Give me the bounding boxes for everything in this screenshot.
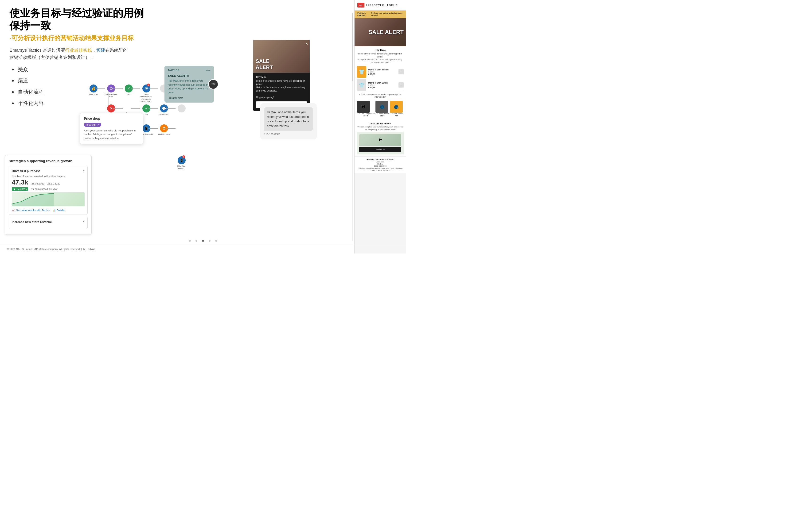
node-label-yes1: Yes [127, 93, 130, 96]
sms-popup: Hi Max, one of the items you recently vi… [260, 103, 317, 139]
desc-before: Emarsys Tactics 是通过沉淀 [9, 48, 65, 53]
right-panel-lifestyle: LSL LIFESTYLELABELS Platinum member Rede… [354, 0, 406, 253]
tactics-now: now [206, 69, 210, 73]
tactics-logo-text: TSI [211, 83, 215, 86]
redeem-text: Redeem your points and get amazing award… [371, 12, 403, 17]
sale-alert-hero-image: SALEALERT [253, 40, 310, 73]
chart-icon: 📈 [12, 209, 15, 212]
close-icon[interactable]: × [83, 169, 85, 173]
footer-tactics-link[interactable]: 📈 Get better results with Tactics [12, 209, 50, 212]
product-item-2: 👕 Men's T-Shirt White € 17,99 € 15,99 + [357, 79, 404, 91]
bullet-item-audience: 受众 [12, 66, 150, 73]
close-icon-2[interactable]: × [83, 220, 85, 224]
cs-hotline-label: Hotline [357, 163, 404, 165]
node-label-crm-rem: CRM Ads - remov... [175, 165, 188, 170]
lifestyle-hero-image: SALE ALERT [355, 18, 406, 46]
flow-node-price-drop[interactable]: 💰 Price drop [87, 84, 100, 96]
in-design-label: In design [86, 123, 96, 126]
strategy-item-name: Drive first purchase [12, 169, 40, 173]
product-price-new-1: € 15,99 [368, 73, 397, 75]
product-item-1: 👕 Men's T-Shirt Yellow € 19,99 € 15,99 + [357, 66, 404, 78]
subtitle: -可分析设计执行的营销活动结果支撑业务目标 [9, 34, 150, 42]
lifestyle-header: LSL LIFESTYLELABELS [355, 0, 406, 10]
desc-comma: ， [92, 48, 96, 53]
metric-label: Number of leads converted to first-time … [12, 175, 85, 178]
product-name-2: Men's T-Shirt White [368, 82, 397, 84]
lifestyle-brand: LIFESTYLELABELS [366, 4, 398, 7]
connector-3 [131, 89, 140, 89]
product-thumb-blazer: 🧥 [375, 101, 388, 113]
add-to-cart-button-1[interactable]: + [399, 69, 404, 74]
connector-4 [149, 89, 158, 89]
badge-send-dist: 1 [147, 83, 150, 87]
node-label-optin: Opt-in Status = true [105, 93, 117, 98]
page-wrapper: 使业务目标与经过验证的用例保持一致 -可分析设计执行的营销活动结果支撑业务目标 … [0, 0, 406, 253]
v-connector-1 [109, 93, 109, 105]
product-thumb-sunglasses: 🕶 [357, 101, 370, 113]
node-label-yes2: Yes [145, 113, 148, 115]
tactics-alert-title: SALE ALERT!! [168, 74, 210, 77]
flow-node-optin[interactable]: ⬡ Opt-in Status = true [105, 84, 117, 98]
progress-dot-2[interactable] [196, 240, 197, 242]
price-drop-popup: Price drop In design ↗ Alert your custom… [80, 113, 143, 144]
flow-node-send-sms[interactable]: 💬 Send SMS [157, 105, 170, 115]
footer-details-link[interactable]: 📊 Details [52, 209, 65, 212]
sms-message-bubble: Hi Max, one of the items you recently vi… [264, 107, 313, 131]
product-grid: 👕 Men's T-Shirt Yellow € 19,99 € 15,99 +… [357, 66, 404, 91]
strategy-area: Strategies supporting revenue growth Dri… [5, 155, 92, 235]
connector-8 [166, 108, 175, 109]
strategy-item-header-2: Increase new store revenue × [12, 220, 85, 224]
product-thumb-col-1: 🕶 LSL Men Sunglasses 185 € [357, 101, 374, 117]
product-price-blazer: 150 € [375, 115, 389, 117]
footer: © 2021 SAP SE or an SAP affiliate compan… [0, 244, 406, 253]
tactics-popup: TACTICS now SALE ALERT!! Hey Max, one of… [164, 66, 214, 103]
sale-alert-image-wrapper: SALEALERT × [253, 40, 310, 73]
metric-value: 47.3k [12, 179, 28, 186]
connector-7 [149, 108, 158, 109]
description: Emarsys Tactics 是通过沉淀行业最佳实践，预建在系统里的营销活动模… [9, 47, 150, 61]
flow-node-crm-rem[interactable]: 📱 1 CRM Ads - remov... [175, 156, 188, 170]
product-price-sunglasses: 185 € [357, 115, 374, 117]
scroll-indicator[interactable] [352, 13, 353, 241]
cs-head-label: Head of Customer Services [357, 158, 404, 161]
customer-service-section: Head of Customer Services Jane Doe Hotli… [355, 156, 406, 173]
product-name-1: Men's T-Shirt Yellow [368, 68, 397, 71]
progress-dot-1[interactable] [189, 240, 191, 242]
sms-counter: 110/160 GSM [264, 133, 313, 136]
product-thumbs-row: 🕶 LSL Men Sunglasses 185 € 🧥 LSL Men Bla… [357, 101, 404, 117]
lifestyle-logo-text: LSL [359, 4, 362, 6]
progress-dot-3[interactable] [202, 240, 204, 242]
price-drop-title: Price drop [84, 117, 139, 120]
progress-dot-5[interactable] [215, 240, 217, 242]
find-store-button[interactable]: Find store [359, 147, 401, 152]
map-section: 🗺 Find store [357, 132, 404, 155]
product-price-old-1: € 19,99 [368, 71, 397, 73]
sale-alert-desc: some of your loved items have just dropp… [256, 79, 307, 99]
progress-dot-4[interactable] [209, 240, 210, 242]
product-price-jacket: 75 € [390, 115, 403, 117]
flow-node-send-dist[interactable]: ✉ 1 Send Distributed on 2020-06-04 20:10… [140, 84, 153, 103]
sale-alert-hey: Hey Max, [256, 75, 307, 78]
strategy-item-revenue: Increase new store revenue × [9, 217, 88, 229]
add-to-cart-button-2[interactable]: + [399, 82, 404, 88]
progress-dots [189, 240, 217, 242]
price-drop-desc: Alert your customers who did not purchas… [84, 129, 139, 140]
strategy-card: Strategies supporting revenue growth Dri… [5, 155, 92, 235]
bullet-item-channel: 渠道 [12, 77, 150, 84]
scroll-thumb [352, 13, 353, 81]
flow-node-wait[interactable]: ⏱ Wait 48 hours [157, 124, 170, 135]
desc-highlight-orange: 行业最佳实践 [65, 48, 92, 53]
lifestyle-logo-box: LSL [357, 3, 364, 7]
metric-change-label: vs. same period last year [31, 188, 57, 190]
flow-node-yes1[interactable]: ✓ Yes [122, 84, 135, 96]
sale-alert-close-button[interactable]: × [306, 42, 308, 46]
platinum-bar: Platinum member Redeem your points and g… [355, 10, 406, 18]
tactics-logo: TSI [208, 79, 218, 90]
strategy-footer: 📈 Get better results with Tactics 📊 Deta… [12, 209, 85, 212]
tactics-alert-text: Hey Max, one of the items you recently v… [168, 79, 210, 94]
product-price-old-2: € 17,99 [368, 84, 397, 86]
sale-alert-text-overlay: SALEALERT [256, 58, 273, 70]
connector-1 [96, 89, 105, 89]
footer-copyright: © 2021 SAP SE or an SAP affiliate compan… [7, 247, 95, 250]
psst-section: Psst! Did you know? You can complete you… [355, 121, 406, 156]
